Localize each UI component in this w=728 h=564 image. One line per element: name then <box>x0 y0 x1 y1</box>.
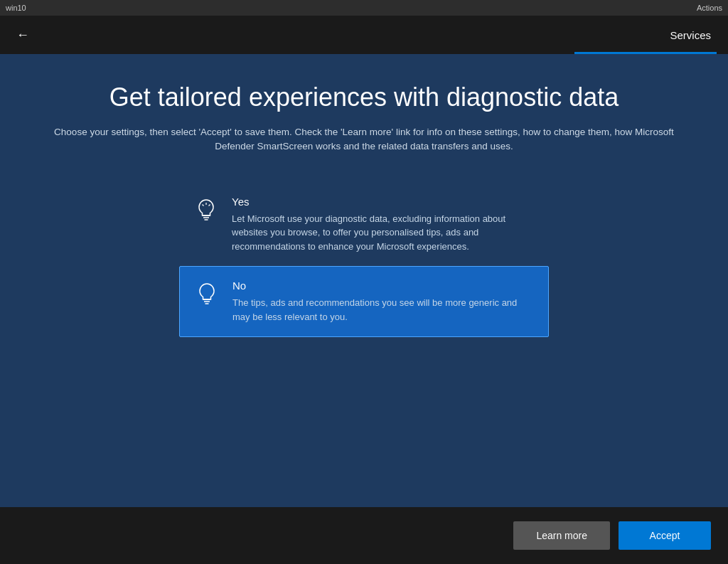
services-label: Services <box>670 16 717 54</box>
option-yes-desc: Let Microsoft use your diagnostic data, … <box>232 212 535 254</box>
page-title: Get tailored experiences with diagnostic… <box>109 83 619 112</box>
bottom-bar: Learn more Accept <box>0 507 728 564</box>
back-icon: ← <box>16 28 29 43</box>
system-title: win10 <box>6 4 26 12</box>
learn-more-button[interactable]: Learn more <box>513 521 610 550</box>
title-bar: ← Services <box>0 16 728 54</box>
page-subtitle: Choose your settings, then select 'Accep… <box>44 125 684 154</box>
system-actions: Actions <box>697 4 722 12</box>
accept-button[interactable]: Accept <box>619 521 711 550</box>
back-button[interactable]: ← <box>11 23 34 46</box>
option-yes-text: Yes Let Microsoft use your diagnostic da… <box>232 196 535 254</box>
system-top-bar: win10 Actions <box>0 0 728 16</box>
option-no[interactable]: No The tips, ads and recommendations you… <box>179 266 549 337</box>
option-no-text: No The tips, ads and recommendations you… <box>232 280 534 324</box>
option-yes-title: Yes <box>232 196 535 208</box>
main-window: ← Services Get tailored experiences with… <box>0 16 728 564</box>
option-no-title: No <box>232 280 534 292</box>
services-underline <box>574 52 717 54</box>
options-container: Yes Let Microsoft use your diagnostic da… <box>179 183 549 338</box>
bulb-icon-no <box>194 280 220 311</box>
main-content: Get tailored experiences with diagnostic… <box>0 54 728 507</box>
option-no-desc: The tips, ads and recommendations you se… <box>232 296 534 324</box>
option-yes[interactable]: Yes Let Microsoft use your diagnostic da… <box>179 183 549 267</box>
bulb-icon-yes <box>193 196 219 227</box>
